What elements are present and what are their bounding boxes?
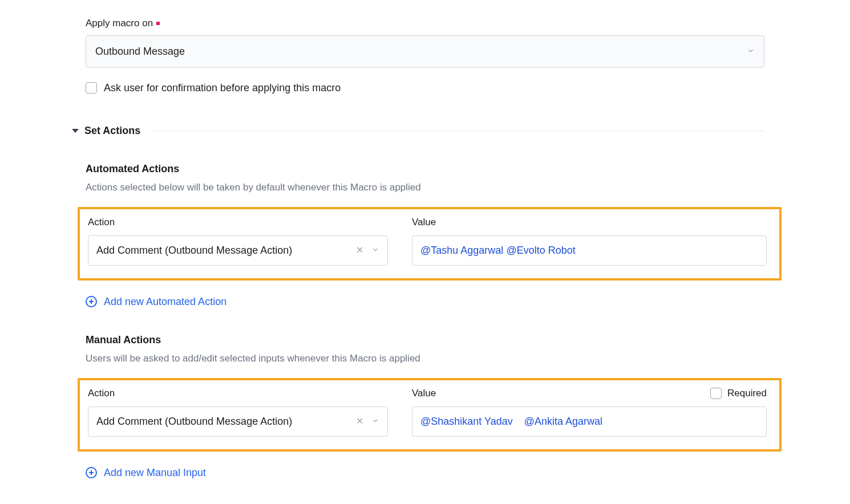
- add-automated-label: Add new Automated Action: [104, 294, 226, 310]
- mention: @Ankita Agarwal: [524, 416, 602, 427]
- plus-circle-icon: [86, 467, 97, 478]
- confirm-label: Ask user for confirmation before applyin…: [104, 80, 341, 96]
- section-title: Set Actions: [84, 123, 140, 139]
- automated-action-col: Action: [88, 215, 388, 230]
- mention: @Tashu Aggarwal: [420, 245, 503, 256]
- manual-action-value: Add Comment (Outbound Message Action): [96, 414, 292, 429]
- manual-action-select[interactable]: Add Comment (Outbound Message Action) ✕: [88, 407, 388, 437]
- manual-title: Manual Actions: [86, 332, 764, 348]
- add-manual-label: Add new Manual Input: [104, 465, 206, 481]
- required-indicator-icon: [156, 22, 160, 25]
- manual-desc: Users will be asked to add/edit selected…: [86, 351, 764, 366]
- automated-value-input[interactable]: @Tashu Aggarwal @Evolto Robot: [412, 235, 767, 266]
- chevron-down-icon[interactable]: [371, 414, 379, 429]
- mention: @Shashikant Yadav: [420, 416, 513, 427]
- automated-action-value: Add Comment (Outbound Message Action): [96, 243, 292, 258]
- manual-value-col: Value: [412, 386, 436, 401]
- chevron-down-icon[interactable]: [371, 243, 379, 258]
- caret-down-icon[interactable]: [72, 129, 79, 133]
- automated-value-col: Value: [412, 215, 767, 230]
- add-manual-input-button[interactable]: Add new Manual Input: [86, 465, 764, 481]
- manual-action-col: Action: [88, 386, 388, 401]
- clear-icon[interactable]: ✕: [356, 243, 363, 257]
- manual-value-input[interactable]: @Shashikant Yadav @Ankita Agarwal: [412, 407, 767, 437]
- apply-macro-select[interactable]: Outbound Message: [86, 35, 764, 68]
- clear-icon[interactable]: ✕: [356, 414, 363, 428]
- automated-desc: Actions selected below will be taken by …: [86, 180, 764, 195]
- automated-title: Automated Actions: [86, 161, 764, 177]
- section-divider: [153, 131, 764, 131]
- required-label: Required: [727, 386, 767, 401]
- required-checkbox[interactable]: [710, 388, 722, 399]
- confirm-checkbox[interactable]: [86, 82, 97, 94]
- add-automated-action-button[interactable]: Add new Automated Action: [86, 294, 764, 310]
- apply-macro-label-text: Apply macro on: [86, 16, 153, 31]
- mention: @Evolto Robot: [506, 245, 575, 256]
- apply-macro-value: Outbound Message: [95, 44, 185, 59]
- chevron-down-icon: [747, 44, 755, 59]
- automated-action-select[interactable]: Add Comment (Outbound Message Action) ✕: [88, 235, 388, 266]
- manual-action-row: Action Value Required Add Comment (Outbo…: [78, 378, 782, 452]
- plus-circle-icon: [86, 296, 97, 307]
- apply-macro-label: Apply macro on: [86, 16, 764, 31]
- automated-action-row: Action Value Add Comment (Outbound Messa…: [78, 207, 782, 281]
